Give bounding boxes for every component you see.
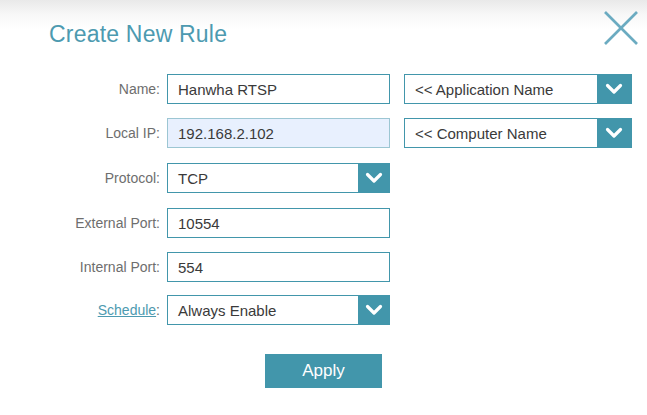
protocol-dropdown[interactable]: TCP [167, 163, 390, 193]
close-button[interactable] [598, 7, 644, 49]
external-port-input[interactable] [167, 208, 390, 238]
schedule-label: Schedule: [0, 302, 160, 318]
form-row-local-ip: Local IP: << Computer Name [0, 118, 647, 148]
computer-name-dropdown[interactable]: << Computer Name [404, 118, 632, 148]
protocol-dropdown-value: TCP [168, 164, 358, 192]
schedule-link[interactable]: Schedule [98, 302, 156, 318]
form-row-internal-port: Internal Port: [0, 252, 647, 282]
protocol-label: Protocol: [0, 170, 160, 186]
computer-name-dropdown-value: << Computer Name [405, 119, 597, 147]
internal-port-input[interactable] [167, 252, 390, 282]
form-row-name: Name: << Application Name [0, 74, 647, 104]
chevron-down-icon [365, 172, 383, 184]
local-ip-input[interactable] [167, 118, 390, 148]
schedule-dropdown-button[interactable] [358, 296, 389, 324]
schedule-dropdown[interactable]: Always Enable [167, 295, 390, 325]
chevron-down-icon [605, 127, 623, 139]
apply-button[interactable]: Apply [265, 354, 382, 388]
application-name-dropdown-value: << Application Name [405, 75, 597, 103]
external-port-label: External Port: [0, 215, 160, 231]
computer-name-dropdown-button[interactable] [597, 119, 631, 147]
chevron-down-icon [365, 304, 383, 316]
local-ip-label: Local IP: [0, 125, 160, 141]
form-row-external-port: External Port: [0, 208, 647, 238]
form-row-schedule: Schedule: Always Enable [0, 295, 647, 325]
name-input[interactable] [167, 74, 390, 104]
form-row-protocol: Protocol: TCP [0, 163, 647, 193]
create-new-rule-dialog: Create New Rule Name: << Application Nam… [0, 0, 647, 415]
chevron-down-icon [605, 83, 623, 95]
schedule-dropdown-value: Always Enable [168, 296, 358, 324]
internal-port-label: Internal Port: [0, 259, 160, 275]
protocol-dropdown-button[interactable] [358, 164, 389, 192]
name-label: Name: [0, 81, 160, 97]
close-icon [601, 10, 641, 46]
page-title: Create New Rule [49, 21, 227, 48]
application-name-dropdown[interactable]: << Application Name [404, 74, 632, 104]
application-name-dropdown-button[interactable] [597, 75, 631, 103]
schedule-label-colon: : [156, 302, 160, 318]
